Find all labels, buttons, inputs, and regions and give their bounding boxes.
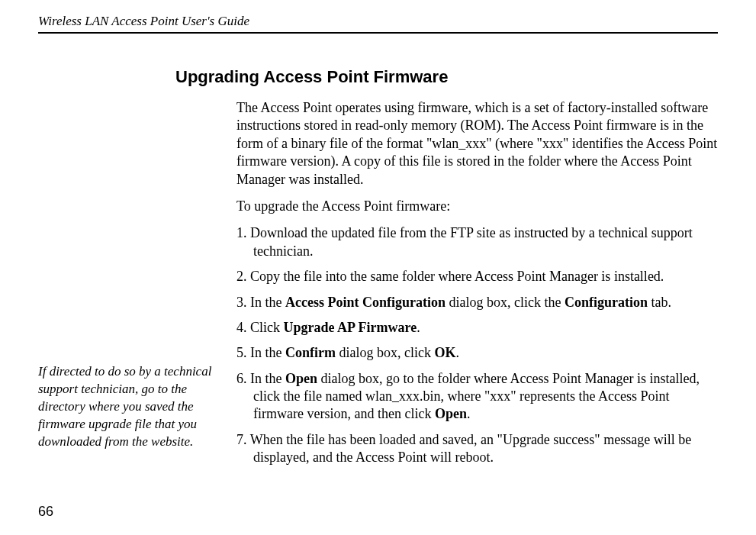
page-header: Wireless LAN Access Point User's Guide — [38, 14, 718, 34]
step-5-bold2: OK — [434, 345, 455, 360]
step-1: 1. Download the updated file from the FT… — [236, 224, 718, 260]
step-3-bold1: Access Point Configuration — [285, 295, 446, 310]
step-4-pre: 4. Click — [236, 320, 284, 335]
step-6: 6. In the Open dialog box, go to the fol… — [236, 370, 718, 424]
sidebar: If directed to do so by a technical supp… — [38, 67, 221, 475]
step-5-pre: 5. In the — [236, 345, 285, 360]
page-number: 66 — [38, 504, 53, 520]
step-3-mid: dialog box, click the — [446, 295, 565, 310]
step-5-post: . — [455, 345, 459, 360]
step-5-bold1: Confirm — [285, 345, 336, 360]
step-6-post: . — [467, 406, 471, 421]
step-6-mid: dialog box, go to the folder where Acces… — [253, 371, 700, 422]
step-3-post: tab. — [648, 295, 671, 310]
step-3-bold2: Configuration — [565, 295, 648, 310]
intro-paragraph: The Access Point operates using firmware… — [236, 99, 718, 189]
step-6-bold1: Open — [285, 371, 317, 386]
step-3-text: 3. In the — [236, 295, 285, 310]
step-4-bold: Upgrade AP Firmware — [284, 320, 417, 335]
step-2: 2. Copy the file into the same folder wh… — [236, 268, 718, 285]
step-4-post: . — [417, 320, 420, 335]
step-4: 4. Click Upgrade AP Firmware. — [236, 319, 718, 337]
header-title: Wireless LAN Access Point User's Guide — [38, 14, 249, 28]
sidebar-note: If directed to do so by a technical supp… — [38, 363, 221, 451]
step-5: 5. In the Confirm dialog box, click OK. — [236, 344, 718, 362]
main-content: Upgrading Access Point Firmware The Acce… — [236, 67, 718, 475]
step-5-mid: dialog box, click — [336, 345, 434, 360]
subintro-text: To upgrade the Access Point firmware: — [236, 198, 718, 215]
section-title: Upgrading Access Point Firmware — [175, 67, 718, 87]
content-area: If directed to do so by a technical supp… — [38, 67, 718, 475]
step-6-bold2: Open — [435, 406, 467, 421]
step-7: 7. When the file has been loaded and sav… — [236, 431, 718, 467]
step-3: 3. In the Access Point Configuration dia… — [236, 294, 718, 311]
step-6-pre: 6. In the — [236, 371, 285, 386]
